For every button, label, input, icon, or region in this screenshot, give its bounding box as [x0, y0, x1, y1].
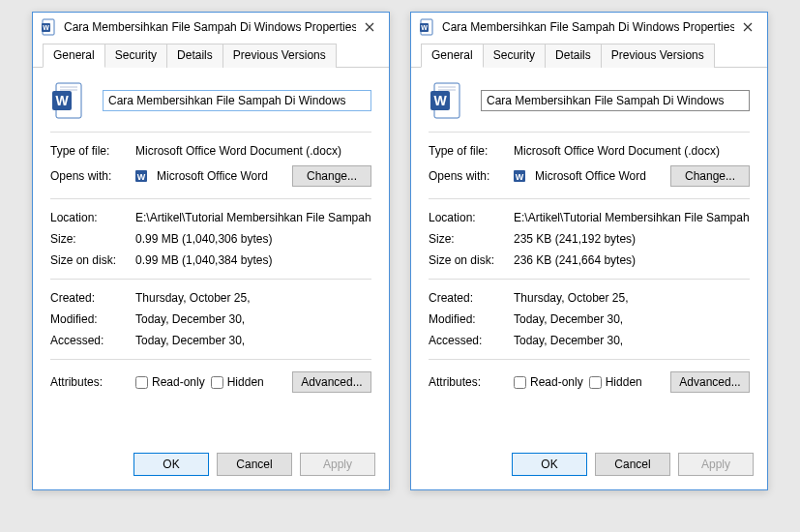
size-on-disk-label: Size on disk: — [429, 253, 514, 267]
change-button[interactable]: Change... — [292, 165, 371, 187]
hidden-label: Hidden — [606, 375, 642, 389]
close-button[interactable] — [356, 16, 383, 38]
svg-text:W: W — [421, 24, 428, 31]
tab-security[interactable]: Security — [104, 44, 167, 68]
readonly-checkbox-input[interactable] — [135, 376, 148, 389]
separator — [429, 198, 750, 199]
accessed-value: Today, December 30, — [514, 334, 750, 347]
modified-label: Modified: — [50, 312, 135, 326]
tab-general[interactable]: General — [43, 44, 105, 68]
readonly-checkbox-input[interactable] — [514, 376, 526, 389]
apply-button[interactable]: Apply — [678, 453, 754, 476]
opens-with-value: Microsoft Office Word — [157, 169, 268, 183]
type-label: Type of file: — [429, 144, 514, 158]
readonly-label: Read-only — [530, 375, 583, 389]
modified-value: Today, December 30, — [514, 312, 750, 326]
separator — [50, 279, 371, 280]
type-label: Type of file: — [50, 144, 135, 158]
filename-input[interactable] — [103, 90, 371, 111]
readonly-label: Read-only — [152, 375, 205, 389]
size-on-disk-label: Size on disk: — [50, 253, 135, 267]
tab-content: W Type of file: Microsoft Office Word Do… — [33, 68, 389, 443]
readonly-checkbox[interactable]: Read-only — [514, 375, 583, 389]
accessed-label: Accessed: — [429, 334, 514, 347]
accessed-value: Today, December 30, — [135, 334, 371, 347]
created-value: Thursday, October 25, — [135, 291, 371, 305]
location-value: E:\Artikel\Tutorial Membersihkan File Sa… — [514, 211, 750, 224]
dialog-footer: OK Cancel Apply — [33, 443, 389, 489]
ok-button[interactable]: OK — [512, 453, 587, 476]
word-app-icon: W — [135, 168, 151, 184]
window-title: Cara Membersihkan File Sampah Di Windows… — [442, 20, 734, 34]
size-value: 0.99 MB (1,040,306 bytes) — [135, 232, 371, 246]
tab-previous-versions[interactable]: Previous Versions — [601, 44, 715, 68]
separator — [50, 359, 371, 360]
size-label: Size: — [429, 232, 514, 246]
cancel-button[interactable]: Cancel — [217, 453, 292, 476]
readonly-checkbox[interactable]: Read-only — [135, 375, 205, 389]
filename-input[interactable] — [481, 90, 750, 111]
opens-with-label: Opens with: — [50, 169, 135, 183]
separator — [429, 359, 750, 360]
tab-content: W Type of file: Microsoft Office Word Do… — [411, 68, 767, 443]
attributes-label: Attributes: — [429, 375, 514, 389]
hidden-label: Hidden — [227, 375, 264, 389]
location-value: E:\Artikel\Tutorial Membersihkan File Sa… — [135, 211, 371, 224]
svg-text:W: W — [137, 172, 146, 182]
attributes-label: Attributes: — [50, 375, 135, 389]
svg-text:W: W — [516, 172, 524, 182]
hidden-checkbox[interactable]: Hidden — [211, 375, 264, 389]
created-label: Created: — [429, 291, 514, 305]
opens-with-label: Opens with: — [429, 169, 514, 183]
type-value: Microsoft Office Word Document (.docx) — [514, 144, 750, 158]
size-label: Size: — [50, 232, 135, 246]
tab-details[interactable]: Details — [545, 44, 602, 68]
tab-details[interactable]: Details — [166, 44, 223, 68]
hidden-checkbox[interactable]: Hidden — [589, 375, 642, 389]
change-button[interactable]: Change... — [670, 165, 750, 187]
advanced-button[interactable]: Advanced... — [670, 371, 750, 393]
properties-dialog-right: W Cara Membersihkan File Sampah Di Windo… — [410, 12, 768, 490]
separator — [429, 279, 750, 280]
tab-row: General Security Details Previous Versio… — [411, 44, 767, 68]
word-doc-icon: W — [41, 18, 58, 36]
word-doc-large-icon: W — [50, 81, 85, 120]
svg-text:W: W — [433, 93, 447, 108]
ok-button[interactable]: OK — [133, 453, 209, 476]
separator — [50, 132, 371, 133]
close-button[interactable] — [734, 16, 761, 38]
titlebar: W Cara Membersihkan File Sampah Di Windo… — [411, 13, 767, 42]
modified-label: Modified: — [429, 312, 514, 326]
modified-value: Today, December 30, — [135, 312, 371, 326]
type-value: Microsoft Office Word Document (.docx) — [135, 144, 371, 158]
accessed-label: Accessed: — [50, 334, 135, 347]
size-on-disk-value: 236 KB (241,664 bytes) — [514, 253, 750, 267]
svg-text:W: W — [43, 24, 49, 31]
created-label: Created: — [50, 291, 135, 305]
size-value: 235 KB (241,192 bytes) — [514, 232, 750, 246]
advanced-button[interactable]: Advanced... — [292, 371, 371, 393]
window-title: Cara Membersihkan File Sampah Di Windows… — [64, 20, 356, 34]
separator — [429, 132, 750, 133]
tab-row: General Security Details Previous Versio… — [33, 44, 389, 68]
titlebar: W Cara Membersihkan File Sampah Di Windo… — [33, 13, 389, 42]
cancel-button[interactable]: Cancel — [595, 453, 670, 476]
size-on-disk-value: 0.99 MB (1,040,384 bytes) — [135, 253, 371, 267]
svg-text:W: W — [55, 93, 69, 108]
properties-dialog-left: W Cara Membersihkan File Sampah Di Windo… — [32, 12, 390, 490]
word-app-icon: W — [514, 168, 529, 184]
separator — [50, 198, 371, 199]
apply-button[interactable]: Apply — [300, 453, 375, 476]
location-label: Location: — [50, 211, 135, 224]
dialog-footer: OK Cancel Apply — [411, 443, 767, 489]
word-doc-icon: W — [419, 18, 436, 36]
tab-general[interactable]: General — [421, 44, 484, 68]
word-doc-large-icon: W — [429, 81, 463, 120]
created-value: Thursday, October 25, — [514, 291, 750, 305]
location-label: Location: — [429, 211, 514, 224]
opens-with-value: Microsoft Office Word — [535, 169, 646, 183]
hidden-checkbox-input[interactable] — [211, 376, 223, 389]
tab-security[interactable]: Security — [483, 44, 546, 68]
tab-previous-versions[interactable]: Previous Versions — [222, 44, 337, 68]
hidden-checkbox-input[interactable] — [589, 376, 602, 389]
